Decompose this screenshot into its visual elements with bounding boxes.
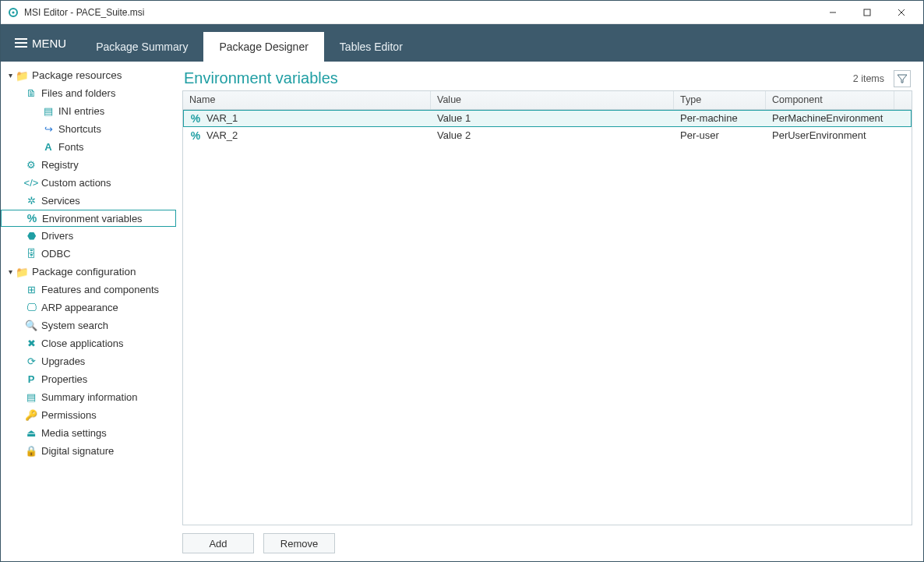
font-icon: A <box>41 141 55 153</box>
sidebar-item-arp[interactable]: 🖵 ARP appearance <box>1 299 176 316</box>
sidebar-item-features[interactable]: ⊞ Features and components <box>1 281 176 299</box>
sidebar-label: Summary information <box>41 391 138 403</box>
page-title: Environment variables <box>184 69 338 87</box>
lock-icon: 🔒 <box>24 445 38 457</box>
sidebar-label: Custom actions <box>41 177 111 189</box>
tab-package-designer[interactable]: Package Designer <box>203 32 323 62</box>
tab-tables-editor[interactable]: Tables Editor <box>324 32 418 62</box>
document-icon: 🗎 <box>24 87 38 99</box>
registry-icon: ⚙ <box>24 159 38 171</box>
menu-button[interactable]: MENU <box>9 24 80 62</box>
sidebar-label: Properties <box>41 373 87 385</box>
col-header-name[interactable]: Name <box>183 91 431 109</box>
hamburger-icon <box>15 38 27 48</box>
tab-package-summary[interactable]: Package Summary <box>80 32 203 62</box>
refresh-icon: ⟳ <box>24 355 38 367</box>
sidebar-item-media[interactable]: ⏏ Media settings <box>1 424 176 442</box>
button-label: Remove <box>280 538 318 550</box>
code-icon: </> <box>24 177 38 189</box>
page-header: Environment variables 2 items <box>182 69 912 90</box>
table-row[interactable]: % VAR_2 Value 2 Per-user PerUserEnvironm… <box>183 127 912 144</box>
remove-button[interactable]: Remove <box>263 533 335 553</box>
close-button[interactable] <box>884 1 919 24</box>
add-button[interactable]: Add <box>182 533 254 553</box>
sidebar-label: ARP appearance <box>41 302 118 313</box>
table-row[interactable]: % VAR_1 Value 1 Per-machine PerMachineEn… <box>183 110 912 127</box>
sidebar-label: Package resources <box>32 69 122 81</box>
caret-down-icon: ▾ <box>5 71 15 80</box>
titlebar: MSI Editor - PACE_Suite.msi <box>1 1 923 24</box>
caret-down-icon: ▾ <box>5 267 15 276</box>
svg-point-1 <box>12 11 14 13</box>
sidebar-item-odbc[interactable]: 🗄 ODBC <box>1 245 176 263</box>
minimize-button[interactable] <box>816 1 850 24</box>
col-header-value[interactable]: Value <box>431 91 674 109</box>
sidebar-label: System search <box>41 320 108 331</box>
sidebar-item-upgrades[interactable]: ⟳ Upgrades <box>1 352 176 370</box>
cell-value: Value 2 <box>437 129 471 141</box>
gear-icon: ✲ <box>24 195 38 207</box>
sidebar-item-close-apps[interactable]: ✖ Close applications <box>1 334 176 352</box>
cell-component: PerUserEnvironment <box>772 129 866 141</box>
tab-label: Package Designer <box>219 41 308 53</box>
window-title: MSI Editor - PACE_Suite.msi <box>24 7 145 18</box>
sidebar-item-summary-info[interactable]: ▤ Summary information <box>1 388 176 406</box>
sidebar-label: Upgrades <box>41 355 85 367</box>
sidebar-label: Files and folders <box>41 87 115 99</box>
col-header-end <box>894 91 912 109</box>
footer-buttons: Add Remove <box>182 525 912 553</box>
sidebar-group-resources[interactable]: ▾ 📁 Package resources <box>1 66 176 84</box>
sidebar-item-system-search[interactable]: 🔍 System search <box>1 316 176 334</box>
col-header-type[interactable]: Type <box>674 91 766 109</box>
col-header-component[interactable]: Component <box>766 91 894 109</box>
sidebar-label: Drivers <box>41 230 73 242</box>
sidebar-label: Permissions <box>41 409 97 421</box>
shortcut-icon: ↪ <box>41 123 55 135</box>
sidebar-item-ini-entries[interactable]: ▤ INI entries <box>1 102 176 120</box>
sidebar-label: ODBC <box>41 248 71 260</box>
driver-icon: ⬣ <box>24 230 38 242</box>
svg-marker-9 <box>898 75 907 83</box>
tab-label: Tables Editor <box>340 41 403 53</box>
sidebar-label: Features and components <box>41 284 159 295</box>
sidebar-group-config[interactable]: ▾ 📁 Package configuration <box>1 263 176 281</box>
content-area: Environment variables 2 items Name Value… <box>176 62 923 561</box>
maximize-button[interactable] <box>850 1 884 24</box>
sidebar-item-services[interactable]: ✲ Services <box>1 192 176 210</box>
database-icon: 🗄 <box>24 248 38 260</box>
sidebar-label: Services <box>41 195 80 207</box>
sidebar-label: Media settings <box>41 427 107 439</box>
sidebar-item-env-vars[interactable]: % Environment variables <box>1 210 176 227</box>
sidebar-label: Package configuration <box>32 266 136 277</box>
cell-component: PerMachineEnvironment <box>772 112 883 124</box>
main-area: ▾ 📁 Package resources 🗎 Files and folder… <box>1 62 923 561</box>
cell-type: Per-user <box>680 129 719 141</box>
sidebar-item-shortcuts[interactable]: ↪ Shortcuts <box>1 120 176 138</box>
sidebar-item-permissions[interactable]: 🔑 Permissions <box>1 406 176 424</box>
cell-name: VAR_2 <box>206 129 238 141</box>
folder-icon: 📁 <box>15 69 29 82</box>
key-icon: 🔑 <box>24 409 38 421</box>
sidebar-item-digital-signature[interactable]: 🔒 Digital signature <box>1 442 176 460</box>
funnel-icon <box>898 74 907 83</box>
sidebar-item-registry[interactable]: ⚙ Registry <box>1 156 176 174</box>
sidebar-item-custom-actions[interactable]: </> Custom actions <box>1 174 176 192</box>
sidebar-item-properties[interactable]: P Properties <box>1 370 176 388</box>
sidebar-label: Registry <box>41 159 79 171</box>
cell-name: VAR_1 <box>206 112 238 124</box>
media-icon: ⏏ <box>24 427 38 439</box>
sidebar-label: Close applications <box>41 338 124 349</box>
sidebar: ▾ 📁 Package resources 🗎 Files and folder… <box>1 62 176 561</box>
filter-button[interactable] <box>894 70 911 87</box>
button-label: Add <box>209 538 227 550</box>
sidebar-item-files-folders[interactable]: 🗎 Files and folders <box>1 84 176 102</box>
sidebar-label: Fonts <box>58 141 84 153</box>
sidebar-label: Digital signature <box>41 445 114 457</box>
percent-icon: % <box>189 129 202 142</box>
sidebar-item-fonts[interactable]: A Fonts <box>1 138 176 156</box>
sidebar-item-drivers[interactable]: ⬣ Drivers <box>1 227 176 245</box>
ini-icon: ▤ <box>41 105 55 117</box>
monitor-icon: 🖵 <box>24 302 38 313</box>
svg-rect-3 <box>864 9 870 16</box>
percent-icon: % <box>189 112 202 125</box>
